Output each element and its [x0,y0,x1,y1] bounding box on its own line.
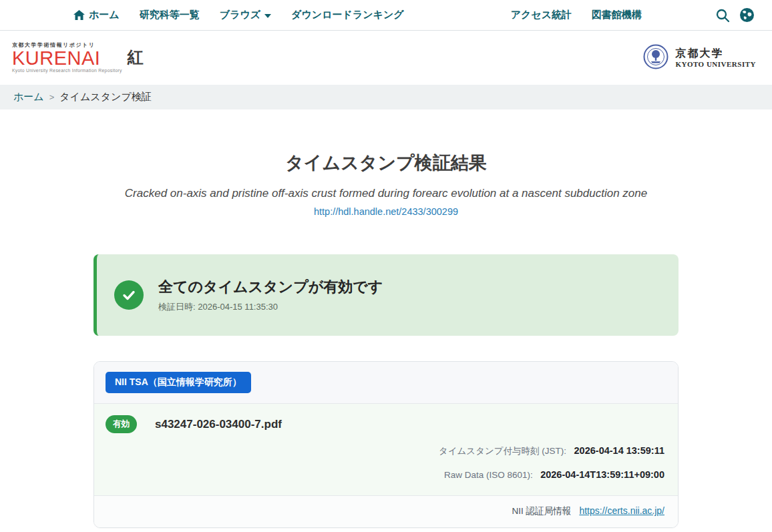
breadcrumb-current: タイムスタンプ検証 [59,91,151,103]
nav-item-home[interactable]: ホーム [73,9,120,21]
kurenai-kanji-mark: 紅 [128,49,144,65]
kyoto-university-name-en: KYOTO UNIVERSITY [675,60,756,69]
nav-item-label: ホーム [89,9,120,21]
page-title: タイムスタンプ検証結果 [93,151,679,175]
nav-item-library[interactable]: 図書館機構 [592,9,642,21]
kyoto-university-name-ja: 京都大学 [675,47,756,60]
timestamp-jst-label: タイムスタンプ付与時刻 (JST): [439,446,566,456]
breadcrumb-separator: > [49,92,55,102]
raw-data-label: Raw Data (ISO 8601): [444,470,533,480]
nav-item-label: 研究科等一覧 [140,9,200,21]
breadcrumb: ホーム > タイムスタンプ検証 [0,85,772,109]
home-icon [73,10,85,21]
tsa-result-card: NII TSA（国立情報学研究所） 有効 s43247-026-03400-7.… [93,361,679,528]
article-title: Cracked on-axis and pristine off-axis cr… [93,187,679,200]
search-icon[interactable] [715,8,730,23]
kurenai-logo[interactable]: 京都大学学術情報リポジトリ KURENAI Kyoto University R… [12,43,144,73]
nav-item-label: ブラウズ [220,9,260,21]
tsa-card-footer: NII 認証局情報 https://certs.nii.ac.jp/ [94,495,678,527]
nav-item-label: 図書館機構 [592,9,642,21]
kyoto-university-logo[interactable]: 京都大学 KYOTO UNIVERSITY [643,44,756,72]
header: 京都大学学術情報リポジトリ KURENAI Kyoto University R… [0,31,772,85]
kurenai-logo-en-caption: Kyoto University Research Information Re… [12,68,122,73]
file-status-row: 有効 s43247-026-03400-7.pdf [106,415,664,433]
nav-item-faculty-list[interactable]: 研究科等一覧 [140,9,200,21]
globe-icon[interactable] [739,7,755,23]
main-content: タイムスタンプ検証結果 Cracked on-axis and pristine… [93,151,679,528]
verification-summary-box: 全てのタイムスタンプが有効です 検証日時: 2026-04-15 11:35:3… [93,254,679,336]
nav-item-download-ranking[interactable]: ダウンロードランキング [291,9,404,21]
kyoto-university-emblem-icon [643,44,668,72]
timestamp-jst-row: タイムスタンプ付与時刻 (JST): 2026-04-14 13:59:11 [106,445,664,457]
nav-item-browse[interactable]: ブラウズ [220,9,271,21]
nav-item-label: アクセス統計 [511,9,572,21]
file-name: s43247-026-03400-7.pdf [155,418,282,431]
breadcrumb-home-link[interactable]: ホーム [13,91,44,103]
verified-at-label: 検証日時: [158,302,196,312]
verification-summary-message: 全てのタイムスタンプが有効です [158,277,383,297]
nav-item-access-stats[interactable]: アクセス統計 [511,9,572,21]
nav-item-label: ダウンロードランキング [291,9,404,21]
raw-data-value: 2026-04-14T13:59:11+09:00 [540,469,664,480]
raw-data-row: Raw Data (ISO 8601): 2026-04-14T13:59:11… [106,469,664,481]
chevron-down-icon [264,14,271,18]
status-badge: 有効 [106,415,137,433]
nii-ca-info-label: NII 認証局情報 [512,506,571,516]
tsa-card-body: 有効 s43247-026-03400-7.pdf タイムスタンプ付与時刻 (J… [94,404,678,495]
timestamp-jst-value: 2026-04-14 13:59:11 [574,445,664,456]
check-circle-icon [114,280,144,310]
handle-url-link[interactable]: http://hdl.handle.net/2433/300299 [314,206,458,217]
tsa-authority-badge: NII TSA（国立情報学研究所） [106,372,251,393]
tsa-card-header: NII TSA（国立情報学研究所） [94,362,678,404]
nii-certs-link[interactable]: https://certs.nii.ac.jp/ [579,505,664,516]
verified-at-value: 2026-04-15 11:35:30 [198,302,278,312]
kurenai-logo-wordmark: KURENAI [12,48,122,68]
top-navigation: ホーム 研究科等一覧 ブラウズ ダウンロードランキング アクセス統計 図書館機構 [0,0,772,31]
